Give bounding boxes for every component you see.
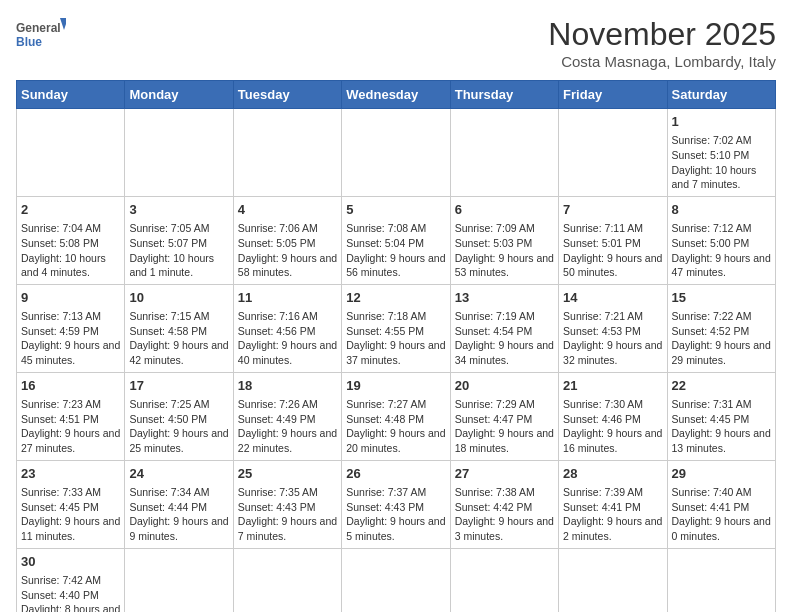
- day-info: Sunrise: 7:04 AM Sunset: 5:08 PM Dayligh…: [21, 221, 120, 280]
- day-number: 27: [455, 465, 554, 483]
- day-info: Sunrise: 7:11 AM Sunset: 5:01 PM Dayligh…: [563, 221, 662, 280]
- calendar-cell: 29Sunrise: 7:40 AM Sunset: 4:41 PM Dayli…: [667, 460, 775, 548]
- day-info: Sunrise: 7:42 AM Sunset: 4:40 PM Dayligh…: [21, 573, 120, 612]
- calendar-cell: 11Sunrise: 7:16 AM Sunset: 4:56 PM Dayli…: [233, 284, 341, 372]
- day-info: Sunrise: 7:22 AM Sunset: 4:52 PM Dayligh…: [672, 309, 771, 368]
- day-info: Sunrise: 7:13 AM Sunset: 4:59 PM Dayligh…: [21, 309, 120, 368]
- day-number: 1: [672, 113, 771, 131]
- day-number: 8: [672, 201, 771, 219]
- calendar-cell: 12Sunrise: 7:18 AM Sunset: 4:55 PM Dayli…: [342, 284, 450, 372]
- calendar-week-row: 16Sunrise: 7:23 AM Sunset: 4:51 PM Dayli…: [17, 372, 776, 460]
- day-info: Sunrise: 7:39 AM Sunset: 4:41 PM Dayligh…: [563, 485, 662, 544]
- day-number: 28: [563, 465, 662, 483]
- month-title: November 2025: [548, 16, 776, 53]
- day-number: 25: [238, 465, 337, 483]
- calendar-week-row: 1Sunrise: 7:02 AM Sunset: 5:10 PM Daylig…: [17, 109, 776, 197]
- weekday-header-tuesday: Tuesday: [233, 81, 341, 109]
- day-info: Sunrise: 7:30 AM Sunset: 4:46 PM Dayligh…: [563, 397, 662, 456]
- day-number: 15: [672, 289, 771, 307]
- calendar-cell: [342, 109, 450, 197]
- day-info: Sunrise: 7:16 AM Sunset: 4:56 PM Dayligh…: [238, 309, 337, 368]
- calendar-cell: 16Sunrise: 7:23 AM Sunset: 4:51 PM Dayli…: [17, 372, 125, 460]
- calendar-cell: 17Sunrise: 7:25 AM Sunset: 4:50 PM Dayli…: [125, 372, 233, 460]
- calendar-cell: 8Sunrise: 7:12 AM Sunset: 5:00 PM Daylig…: [667, 196, 775, 284]
- day-number: 17: [129, 377, 228, 395]
- logo-icon: General Blue: [16, 16, 66, 56]
- day-info: Sunrise: 7:21 AM Sunset: 4:53 PM Dayligh…: [563, 309, 662, 368]
- calendar-cell: 19Sunrise: 7:27 AM Sunset: 4:48 PM Dayli…: [342, 372, 450, 460]
- day-info: Sunrise: 7:15 AM Sunset: 4:58 PM Dayligh…: [129, 309, 228, 368]
- calendar-cell: 9Sunrise: 7:13 AM Sunset: 4:59 PM Daylig…: [17, 284, 125, 372]
- logo: General Blue: [16, 16, 66, 56]
- title-area: November 2025 Costa Masnaga, Lombardy, I…: [548, 16, 776, 70]
- day-number: 11: [238, 289, 337, 307]
- calendar-week-row: 30Sunrise: 7:42 AM Sunset: 4:40 PM Dayli…: [17, 548, 776, 612]
- day-number: 24: [129, 465, 228, 483]
- calendar-cell: [450, 109, 558, 197]
- day-number: 19: [346, 377, 445, 395]
- day-number: 21: [563, 377, 662, 395]
- calendar-cell: [342, 548, 450, 612]
- day-number: 18: [238, 377, 337, 395]
- calendar-cell: [233, 548, 341, 612]
- day-info: Sunrise: 7:29 AM Sunset: 4:47 PM Dayligh…: [455, 397, 554, 456]
- day-number: 26: [346, 465, 445, 483]
- day-info: Sunrise: 7:18 AM Sunset: 4:55 PM Dayligh…: [346, 309, 445, 368]
- location-title: Costa Masnaga, Lombardy, Italy: [548, 53, 776, 70]
- weekday-header-sunday: Sunday: [17, 81, 125, 109]
- calendar-cell: 18Sunrise: 7:26 AM Sunset: 4:49 PM Dayli…: [233, 372, 341, 460]
- calendar-cell: [667, 548, 775, 612]
- weekday-header-row: SundayMondayTuesdayWednesdayThursdayFrid…: [17, 81, 776, 109]
- calendar-cell: 25Sunrise: 7:35 AM Sunset: 4:43 PM Dayli…: [233, 460, 341, 548]
- day-info: Sunrise: 7:06 AM Sunset: 5:05 PM Dayligh…: [238, 221, 337, 280]
- day-info: Sunrise: 7:40 AM Sunset: 4:41 PM Dayligh…: [672, 485, 771, 544]
- day-number: 7: [563, 201, 662, 219]
- day-number: 5: [346, 201, 445, 219]
- day-number: 29: [672, 465, 771, 483]
- day-number: 9: [21, 289, 120, 307]
- calendar-cell: 15Sunrise: 7:22 AM Sunset: 4:52 PM Dayli…: [667, 284, 775, 372]
- calendar-cell: 30Sunrise: 7:42 AM Sunset: 4:40 PM Dayli…: [17, 548, 125, 612]
- day-info: Sunrise: 7:19 AM Sunset: 4:54 PM Dayligh…: [455, 309, 554, 368]
- day-number: 4: [238, 201, 337, 219]
- calendar-cell: 23Sunrise: 7:33 AM Sunset: 4:45 PM Dayli…: [17, 460, 125, 548]
- calendar-cell: 2Sunrise: 7:04 AM Sunset: 5:08 PM Daylig…: [17, 196, 125, 284]
- day-info: Sunrise: 7:25 AM Sunset: 4:50 PM Dayligh…: [129, 397, 228, 456]
- calendar-cell: [125, 548, 233, 612]
- day-number: 12: [346, 289, 445, 307]
- weekday-header-thursday: Thursday: [450, 81, 558, 109]
- calendar-cell: 28Sunrise: 7:39 AM Sunset: 4:41 PM Dayli…: [559, 460, 667, 548]
- day-info: Sunrise: 7:38 AM Sunset: 4:42 PM Dayligh…: [455, 485, 554, 544]
- day-number: 22: [672, 377, 771, 395]
- calendar-cell: 4Sunrise: 7:06 AM Sunset: 5:05 PM Daylig…: [233, 196, 341, 284]
- calendar-week-row: 9Sunrise: 7:13 AM Sunset: 4:59 PM Daylig…: [17, 284, 776, 372]
- calendar-cell: 22Sunrise: 7:31 AM Sunset: 4:45 PM Dayli…: [667, 372, 775, 460]
- day-number: 3: [129, 201, 228, 219]
- calendar-cell: 3Sunrise: 7:05 AM Sunset: 5:07 PM Daylig…: [125, 196, 233, 284]
- day-number: 30: [21, 553, 120, 571]
- svg-marker-2: [60, 18, 66, 30]
- calendar-cell: 6Sunrise: 7:09 AM Sunset: 5:03 PM Daylig…: [450, 196, 558, 284]
- day-number: 16: [21, 377, 120, 395]
- calendar-cell: [559, 548, 667, 612]
- calendar-cell: 14Sunrise: 7:21 AM Sunset: 4:53 PM Dayli…: [559, 284, 667, 372]
- day-number: 23: [21, 465, 120, 483]
- day-info: Sunrise: 7:12 AM Sunset: 5:00 PM Dayligh…: [672, 221, 771, 280]
- day-info: Sunrise: 7:05 AM Sunset: 5:07 PM Dayligh…: [129, 221, 228, 280]
- day-info: Sunrise: 7:35 AM Sunset: 4:43 PM Dayligh…: [238, 485, 337, 544]
- page-header: General Blue November 2025 Costa Masnaga…: [16, 16, 776, 70]
- day-number: 14: [563, 289, 662, 307]
- day-number: 20: [455, 377, 554, 395]
- calendar-cell: 21Sunrise: 7:30 AM Sunset: 4:46 PM Dayli…: [559, 372, 667, 460]
- day-number: 10: [129, 289, 228, 307]
- calendar-cell: 26Sunrise: 7:37 AM Sunset: 4:43 PM Dayli…: [342, 460, 450, 548]
- day-info: Sunrise: 7:31 AM Sunset: 4:45 PM Dayligh…: [672, 397, 771, 456]
- calendar-cell: [559, 109, 667, 197]
- weekday-header-saturday: Saturday: [667, 81, 775, 109]
- calendar-cell: 10Sunrise: 7:15 AM Sunset: 4:58 PM Dayli…: [125, 284, 233, 372]
- calendar-cell: 13Sunrise: 7:19 AM Sunset: 4:54 PM Dayli…: [450, 284, 558, 372]
- calendar-cell: 7Sunrise: 7:11 AM Sunset: 5:01 PM Daylig…: [559, 196, 667, 284]
- calendar-cell: 5Sunrise: 7:08 AM Sunset: 5:04 PM Daylig…: [342, 196, 450, 284]
- day-number: 13: [455, 289, 554, 307]
- calendar-cell: [17, 109, 125, 197]
